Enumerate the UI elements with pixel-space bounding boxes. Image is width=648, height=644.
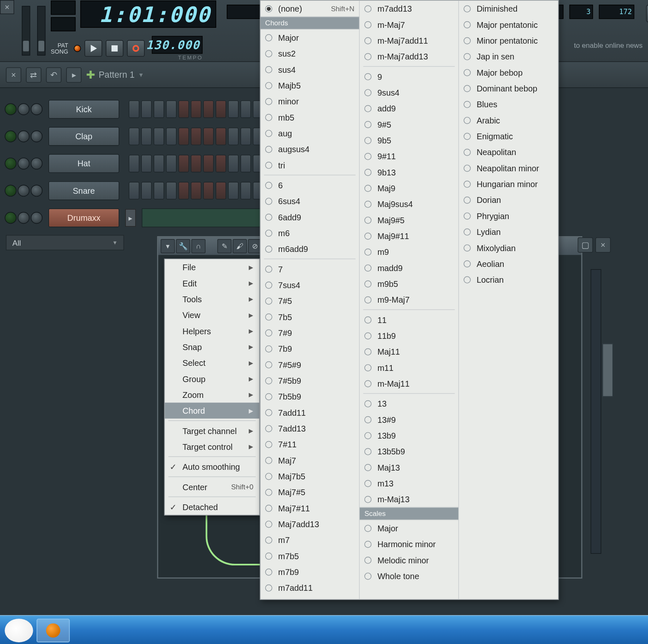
step-button[interactable] <box>129 155 140 173</box>
chord-option[interactable]: 13 <box>360 395 458 411</box>
chord-option[interactable]: 7#5#9 <box>260 357 359 373</box>
close-icon[interactable]: × <box>6 67 21 82</box>
chord-option[interactable]: Diminished <box>459 0 558 16</box>
chord-option[interactable]: tri <box>260 157 359 173</box>
step-button[interactable] <box>215 100 226 118</box>
menu-item-group[interactable]: Group▶ <box>165 371 259 387</box>
mute-led[interactable] <box>5 158 16 169</box>
chord-option[interactable]: m-Maj7add13 <box>360 48 458 64</box>
chord-option[interactable]: Majb5 <box>260 77 359 93</box>
chord-option[interactable]: augsus4 <box>260 141 359 157</box>
step-button[interactable] <box>129 182 140 200</box>
chord-option[interactable]: 7add13 <box>260 420 359 436</box>
chord-option[interactable]: m6 <box>260 225 359 241</box>
chord-option[interactable]: 6add9 <box>260 209 359 225</box>
magnet-icon[interactable]: ∩ <box>191 239 205 253</box>
chord-option[interactable]: 11 <box>360 312 458 328</box>
step-button[interactable] <box>178 182 189 200</box>
step-button[interactable] <box>178 100 189 118</box>
chord-option[interactable]: m7add11 <box>260 580 359 595</box>
chord-option[interactable]: Neapolitan <box>459 144 558 160</box>
chord-option[interactable]: Dorian <box>459 192 558 208</box>
step-button[interactable] <box>191 182 202 200</box>
menu-item-detached[interactable]: Detached <box>165 499 259 515</box>
step-button[interactable] <box>153 155 164 173</box>
channel-name-button[interactable]: Snare <box>48 181 119 200</box>
song-position-lcd[interactable]: 1:01:000 <box>80 0 216 27</box>
undo-icon[interactable]: ↶ <box>46 67 62 82</box>
step-button[interactable] <box>203 100 214 118</box>
channel-name-button[interactable]: Kick <box>48 100 119 118</box>
chord-option[interactable]: Maj11 <box>360 343 458 359</box>
chord-option[interactable]: 7#9 <box>260 325 359 341</box>
chord-option[interactable]: 7b5 <box>260 309 359 325</box>
tempo-lcd[interactable]: 130.000 <box>152 36 203 54</box>
vertical-scrollbar[interactable] <box>591 269 601 554</box>
menu-item-select[interactable]: Select▶ <box>165 355 259 370</box>
pan-knob[interactable] <box>18 131 30 142</box>
chord-option[interactable]: m13 <box>360 475 458 491</box>
chord-option[interactable]: Harmonic minor <box>360 536 458 552</box>
step-button[interactable] <box>178 155 189 173</box>
step-button[interactable] <box>240 100 251 118</box>
chord-option[interactable]: Lydian <box>459 224 558 239</box>
chord-option[interactable]: Maj9 <box>360 180 458 196</box>
step-button[interactable] <box>141 182 152 200</box>
step-button[interactable] <box>129 100 140 118</box>
pattern-len-lcd[interactable]: 172 <box>599 5 634 19</box>
menu-item-chord[interactable]: Chord▶ <box>165 402 259 418</box>
chord-option[interactable]: 9#5 <box>360 116 458 132</box>
step-button[interactable] <box>166 155 177 173</box>
channel-select-arrow[interactable]: ▸ <box>125 209 136 227</box>
chord-option[interactable]: m9-Maj7 <box>360 291 458 307</box>
vol-knob[interactable] <box>31 158 42 169</box>
start-button[interactable] <box>5 618 33 642</box>
chord-option[interactable]: madd9 <box>360 260 458 276</box>
chord-option[interactable]: 7b9 <box>260 341 359 356</box>
pattern-number-lcd[interactable]: 3 <box>569 5 593 19</box>
chord-option[interactable]: Locrian <box>459 271 558 287</box>
step-button[interactable] <box>141 128 152 146</box>
view-playlist-button[interactable]: ≡ <box>646 5 648 22</box>
channel-name-button[interactable]: Clap <box>48 127 119 146</box>
channel-filter-dropdown[interactable]: All ▼ <box>6 235 124 250</box>
step-button[interactable] <box>228 128 239 146</box>
pan-knob[interactable] <box>18 212 30 224</box>
chord-option[interactable]: 9b5 <box>360 132 458 148</box>
chord-option[interactable]: m9 <box>360 244 458 259</box>
mute-led[interactable] <box>5 185 16 196</box>
step-button[interactable] <box>240 155 251 173</box>
step-button[interactable] <box>153 100 164 118</box>
chord-option[interactable]: aug <box>260 125 359 141</box>
close-icon[interactable]: × <box>0 0 14 14</box>
chord-option[interactable]: 7sus4 <box>260 277 359 293</box>
chord-option[interactable]: 9#11 <box>360 148 458 164</box>
chord-option[interactable]: m-Maj11 <box>360 375 458 391</box>
chord-option[interactable]: 7#11 <box>260 436 359 452</box>
step-button[interactable] <box>191 155 202 173</box>
menu-item-tools[interactable]: Tools▶ <box>165 291 259 307</box>
chord-option[interactable]: m6add9 <box>260 241 359 257</box>
chord-option[interactable]: 13#9 <box>360 412 458 427</box>
step-button[interactable] <box>228 155 239 173</box>
step-button[interactable] <box>129 128 140 146</box>
chord-option[interactable]: 7#5 <box>260 293 359 308</box>
chord-option[interactable]: sus4 <box>260 62 359 77</box>
chord-option[interactable]: 13b5b9 <box>360 443 458 459</box>
record-button[interactable] <box>127 40 145 57</box>
chord-option[interactable]: 11b9 <box>360 328 458 343</box>
chord-option[interactable]: 7b5b9 <box>260 388 359 404</box>
step-button[interactable] <box>203 182 214 200</box>
menu-item-helpers[interactable]: Helpers▶ <box>165 323 259 339</box>
chord-option[interactable]: m-Maj7 <box>360 17 458 32</box>
step-button[interactable] <box>166 182 177 200</box>
step-button[interactable] <box>240 128 251 146</box>
master-volume-slider[interactable] <box>22 6 30 55</box>
chord-option[interactable]: Enigmatic <box>459 128 558 144</box>
vol-knob[interactable] <box>31 131 42 142</box>
chord-option[interactable]: mb5 <box>260 109 359 125</box>
step-button[interactable] <box>228 182 239 200</box>
maximize-icon[interactable]: ▢ <box>578 237 593 253</box>
taskbar-app-flstudio[interactable] <box>37 618 70 642</box>
pan-knob[interactable] <box>18 185 30 196</box>
